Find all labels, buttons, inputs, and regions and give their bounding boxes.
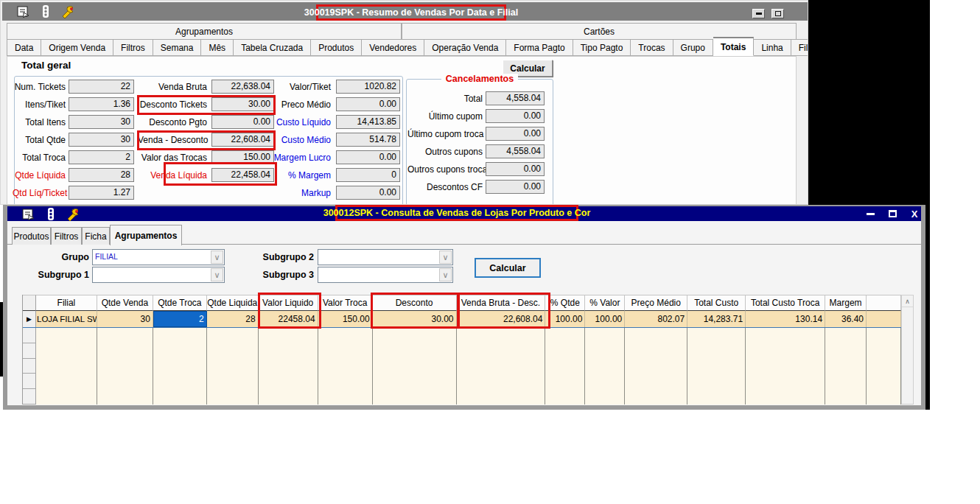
tab-filtros[interactable]: Filtros	[113, 39, 153, 56]
column-header[interactable]: Qtde Troca	[153, 295, 207, 311]
chevron-down-icon[interactable]: ∨	[211, 268, 223, 281]
tab-filial[interactable]: Filial	[791, 39, 808, 56]
column-header[interactable]: Qtde Venda	[97, 295, 153, 311]
cancelamentos-title: Cancelamentos	[441, 74, 518, 84]
chevron-down-icon[interactable]: ∨	[439, 268, 452, 281]
field-value: 0.00	[486, 162, 545, 176]
field-value: 0.00	[336, 97, 400, 111]
column-header[interactable]: Preço Médio	[625, 295, 687, 311]
column-header[interactable]: Total Custo	[687, 295, 746, 311]
tab-produtos[interactable]: Produtos	[311, 39, 362, 56]
grupo-label: Grupo	[29, 249, 89, 265]
cell-preco-medio[interactable]: 802.07	[625, 311, 687, 327]
field-label: Total Troca	[13, 150, 66, 165]
traffic-light-icon[interactable]	[46, 208, 55, 221]
field-label: Itens/Tiket	[13, 97, 66, 112]
chevron-down-icon[interactable]: ∨	[211, 251, 223, 264]
field-value: 30	[69, 133, 134, 147]
restore-button[interactable]	[771, 9, 784, 18]
cell-valor-troca[interactable]: 150.00	[318, 311, 373, 327]
column-header[interactable]: % Qtde	[545, 295, 585, 311]
wrench-icon[interactable]	[66, 209, 80, 221]
cell-pct-valor[interactable]: 100.00	[585, 311, 625, 327]
subgrupo2-combobox[interactable]: ∨	[318, 249, 453, 265]
tab-totais-selected[interactable]: Totais	[713, 37, 754, 56]
chevron-down-icon[interactable]: ∨	[439, 251, 452, 264]
tab-tabela-cruzada[interactable]: Tabela Cruzada	[234, 39, 311, 56]
maximize-button[interactable]	[884, 208, 900, 220]
tab-forma-pagto[interactable]: Forma Pagto	[506, 39, 573, 56]
highlight-box-venda-liquida	[164, 162, 277, 186]
empty-row-stub	[23, 328, 35, 343]
traffic-light-icon[interactable]	[41, 5, 50, 18]
tab-mes[interactable]: Mês	[201, 39, 234, 56]
row-indicator-column	[23, 328, 36, 405]
top-window-titlebar[interactable]: 300019SPK - Resumo de Vendas Por Data e …	[2, 2, 808, 21]
tab-tipo-pagto[interactable]: Tipo Pagto	[573, 39, 631, 56]
field-value: 514.78	[336, 133, 400, 147]
tab-produtos[interactable]: Produtos	[12, 227, 51, 245]
empty-row-stub	[23, 343, 35, 359]
wrench-icon[interactable]	[61, 6, 75, 18]
subgrupo1-combobox[interactable]: ∨	[92, 267, 225, 283]
tab-agrupamentos-selected[interactable]: Agrupamentos	[110, 225, 182, 245]
column-header[interactable]: Qtde Liquida	[207, 295, 259, 311]
tab-operacao-venda[interactable]: Operação Venda	[424, 39, 506, 56]
cell-pct-qtde[interactable]: 100.00	[545, 311, 585, 327]
column-header[interactable]: Margem	[825, 295, 867, 311]
restore-icon	[775, 11, 781, 16]
field-label: Total	[407, 91, 483, 106]
field-value: 1020.82	[336, 80, 400, 94]
field-value: 22	[69, 80, 134, 94]
field-value: 30	[69, 115, 134, 129]
cell-total-custo[interactable]: 14,283.71	[687, 311, 746, 327]
field-label: Total Itens	[13, 115, 66, 130]
tab-agrupamentos-top[interactable]: Agrupamentos	[7, 23, 402, 39]
cell-qtde-troca-selected[interactable]: 2	[153, 311, 207, 327]
bottom-window-titlebar[interactable]: 300012SPK - Consulta de Vendas de Lojas …	[7, 206, 921, 221]
cell-total-custo-troca[interactable]: 130.14	[746, 311, 825, 327]
column-header[interactable]: Valor Troca	[318, 295, 373, 311]
tab-vendedores[interactable]: Vendedores	[362, 39, 424, 56]
tab-data[interactable]: Data	[7, 39, 41, 56]
scroll-up-icon[interactable]: ∧	[902, 295, 913, 307]
field-label: Outros cupons	[407, 144, 483, 159]
top-window-title: 300019SPK - Resumo de Vendas Por Data e …	[304, 7, 518, 18]
tab-trocas[interactable]: Trocas	[631, 39, 673, 56]
column-header-empty	[867, 295, 901, 311]
screen: 300019SPK - Resumo de Vendas Por Data e …	[0, 0, 980, 504]
row-marker-cell: ▶	[23, 311, 36, 327]
maximize-icon	[889, 210, 897, 217]
tab-grupo[interactable]: Grupo	[673, 39, 713, 56]
calcular-button-bottom[interactable]: Calcular	[475, 258, 541, 278]
field-label: Custo Líquido	[260, 115, 331, 130]
cell-qtde-venda[interactable]: 30	[97, 311, 153, 327]
top-tab-row-groups: Agrupamentos Cartões	[7, 23, 797, 39]
report-form-icon[interactable]	[22, 209, 35, 221]
field-label: Desconto Pgto	[138, 115, 207, 130]
field-value: 28	[69, 168, 134, 182]
cell-qtde-liquida[interactable]: 28	[207, 311, 259, 327]
tab-origem-venda[interactable]: Origem Venda	[41, 39, 113, 56]
report-form-icon[interactable]	[17, 6, 30, 18]
grid-scrollbar[interactable]: ∧	[901, 295, 914, 405]
field-value: 14,413.85	[336, 115, 400, 129]
subgrupo3-combobox[interactable]: ∨	[318, 267, 453, 283]
tab-semana[interactable]: Semana	[153, 39, 202, 56]
column-header[interactable]: % Valor	[585, 295, 625, 311]
column-header[interactable]: Filial	[36, 295, 97, 311]
tab-filtros[interactable]: Filtros	[51, 227, 82, 245]
close-button[interactable]: X	[906, 208, 923, 220]
cell-margem[interactable]: 36.40	[825, 311, 867, 327]
cell-filial[interactable]: LOJA FILIAL SWEDA	[36, 311, 97, 327]
bottom-tab-strip: Produtos Filtros Ficha Agrupamentos	[7, 225, 921, 245]
minimize-button[interactable]	[862, 208, 878, 220]
grupo-combobox[interactable]: FILIAL ∨	[92, 249, 225, 265]
close-icon: X	[911, 209, 918, 220]
cell-empty[interactable]	[867, 311, 901, 327]
tab-ficha[interactable]: Ficha	[82, 227, 110, 245]
field-value: 0.00	[336, 150, 400, 164]
tab-linha[interactable]: Linha	[754, 39, 791, 56]
column-header[interactable]: Total Custo Troca	[746, 295, 825, 311]
minimize-button[interactable]	[752, 9, 765, 18]
